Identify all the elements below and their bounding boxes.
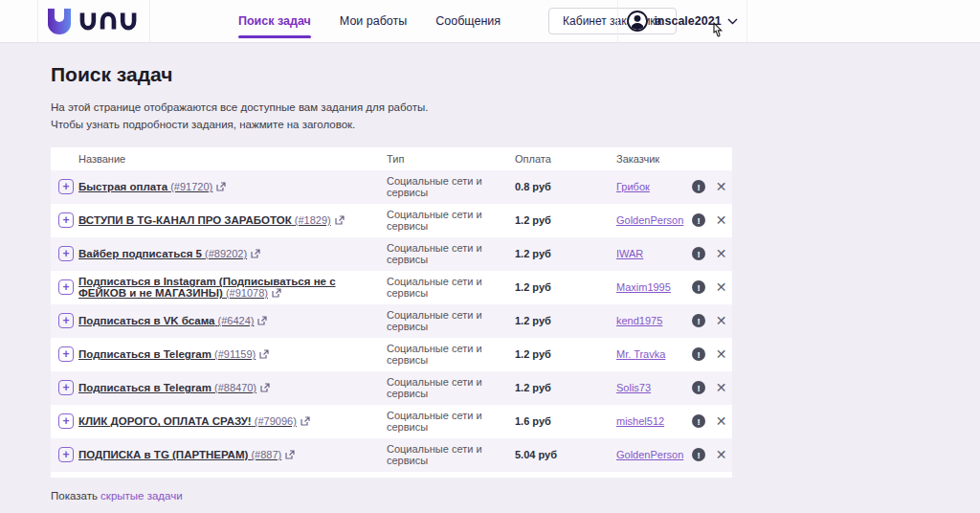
hide-task-close-icon[interactable]: ✕ [716,314,727,327]
tab-messages[interactable]: Сообщения [435,0,501,42]
task-title: Подписаться в VK бсама [78,315,214,326]
show-hidden-tasks-link[interactable]: скрытые задачи [100,490,183,502]
page-description-line1: На этой странице отображаются все доступ… [51,99,980,116]
report-warning-icon[interactable]: ! [692,180,705,193]
customer-cell: kend1975 [616,315,687,326]
task-type: Социальные сети и сервисы [387,242,482,265]
task-title-link[interactable]: Подписаться в VK бсама (#6424) [78,315,254,326]
unu-logo-wordmark [78,11,142,32]
expand-cell: + [51,313,78,328]
customer-link[interactable]: Maxim1995 [616,281,671,293]
hide-task-close-icon[interactable]: ✕ [716,414,727,428]
report-warning-icon[interactable]: ! [692,448,705,461]
hide-task-close-icon[interactable]: ✕ [716,448,727,461]
task-id: (#88470) [214,382,256,393]
hide-task-close-icon[interactable]: ✕ [716,213,727,227]
expand-plus-icon[interactable]: + [58,212,74,228]
task-id: (#91159) [214,348,256,360]
title-cell: ВСТУПИ В TG-КАНАЛ ПРО ЗАРАБОТОК (#1829) [78,214,387,226]
customer-link[interactable]: GoldenPerson [616,214,683,226]
tab-my-works[interactable]: Мои работы [340,0,407,42]
column-header-payment: Оплата [515,153,616,165]
expand-plus-icon[interactable]: + [58,179,74,194]
customer-link[interactable]: Грибок [616,181,650,192]
hide-task-close-icon[interactable]: ✕ [716,347,727,361]
logo[interactable] [37,0,150,42]
title-cell: Подписаться в VK бсама (#6424) [78,315,387,326]
external-link-icon[interactable] [216,182,226,191]
external-link-icon[interactable] [272,288,281,298]
hide-task-close-icon[interactable]: ✕ [716,180,727,193]
title-cell: Быстрая оплата (#91720) [78,181,387,192]
task-id: (#6424) [218,315,255,326]
type-cell: Социальные сети и сервисы [387,410,515,433]
expand-plus-icon[interactable]: + [58,346,74,362]
report-warning-icon[interactable]: ! [692,314,705,327]
customer-link[interactable]: IWAR [616,248,643,259]
customer-link[interactable]: Solis73 [616,382,651,393]
warning-cell: ! [687,314,710,327]
task-type: Социальные сети и сервисы [387,410,482,433]
payment-cell: 0.8 руб [515,181,616,192]
table-row: + КЛИК ДОРОГО, ОПЛАТА СРАЗУ! (#79096) Со… [51,405,732,438]
external-link-icon[interactable] [335,215,345,225]
external-link-icon[interactable] [260,383,270,392]
expand-cell: + [51,346,78,362]
close-cell: ✕ [710,314,732,327]
hide-task-close-icon[interactable]: ✕ [716,280,727,294]
task-id: (#1829) [295,214,331,226]
task-title-link[interactable]: Подписаться в Instagram (Подписываться н… [78,276,336,299]
report-warning-icon[interactable]: ! [692,381,705,394]
external-link-icon[interactable] [251,249,260,258]
table-row: + ПОДПИСКА в TG (ПАРТНЕРАМ) (#887) Социа… [51,438,732,472]
task-title-link[interactable]: ПОДПИСКА в TG (ПАРТНЕРАМ) (#887) [78,449,281,460]
table-row: + Подписаться в Telegram (#88470) Социал… [51,371,732,405]
expand-cell: + [51,413,78,429]
expand-plus-icon[interactable]: + [58,313,74,328]
payment-cell: 1.2 руб [515,214,616,226]
expand-plus-icon[interactable]: + [58,279,74,295]
close-cell: ✕ [710,448,732,461]
expand-plus-icon[interactable]: + [58,246,74,261]
hide-task-close-icon[interactable]: ✕ [716,247,727,260]
customer-link[interactable]: mishel512 [616,415,664,427]
account-menu[interactable]: inscale2021 [617,0,747,42]
report-warning-icon[interactable]: ! [692,247,705,260]
external-link-icon[interactable] [301,416,310,426]
expand-plus-icon[interactable]: + [58,380,74,395]
warning-cell: ! [687,381,710,394]
task-title-link[interactable]: ВСТУПИ В TG-КАНАЛ ПРО ЗАРАБОТОК (#1829) [78,214,331,226]
report-warning-icon[interactable]: ! [692,280,705,294]
task-id: (#91720) [170,181,212,192]
task-title-link[interactable]: Подписаться в Telegram (#91159) [78,348,256,360]
payment-cell: 1.2 руб [515,348,616,360]
expand-plus-icon[interactable]: + [58,413,74,429]
expand-plus-icon[interactable]: + [58,447,74,462]
customer-link[interactable]: GoldenPerson [616,449,683,460]
task-payment: 1.2 руб [515,248,551,259]
task-type: Социальные сети и сервисы [387,343,482,366]
task-title-link[interactable]: КЛИК ДОРОГО, ОПЛАТА СРАЗУ! (#79096) [78,415,297,427]
expand-cell: + [51,380,78,395]
hide-task-close-icon[interactable]: ✕ [716,381,727,394]
external-link-icon[interactable] [259,349,269,359]
task-title-link[interactable]: Подписаться в Telegram (#88470) [78,382,256,393]
report-warning-icon[interactable]: ! [692,213,705,227]
tab-task-search[interactable]: Поиск задач [238,0,311,42]
customer-cell: mishel512 [616,415,687,427]
title-cell: Подписаться в Telegram (#91159) [78,348,387,360]
task-title-link[interactable]: Вайбер подписаться 5 (#89202) [78,248,247,259]
chevron-down-icon[interactable] [727,18,738,25]
report-warning-icon[interactable]: ! [692,347,705,361]
external-link-icon[interactable] [285,450,295,459]
customer-link[interactable]: Mr. Travka [616,348,665,360]
task-type: Социальные сети и сервисы [387,209,482,232]
customer-link[interactable]: kend1975 [616,315,662,326]
report-warning-icon[interactable]: ! [692,414,705,428]
table-row: + Подписаться в Instagram (Подписываться… [51,271,732,304]
type-cell: Социальные сети и сервисы [387,209,515,232]
close-cell: ✕ [710,247,732,260]
task-title-link[interactable]: Быстрая оплата (#91720) [78,181,212,192]
external-link-icon[interactable] [257,316,267,325]
warning-cell: ! [687,347,710,361]
